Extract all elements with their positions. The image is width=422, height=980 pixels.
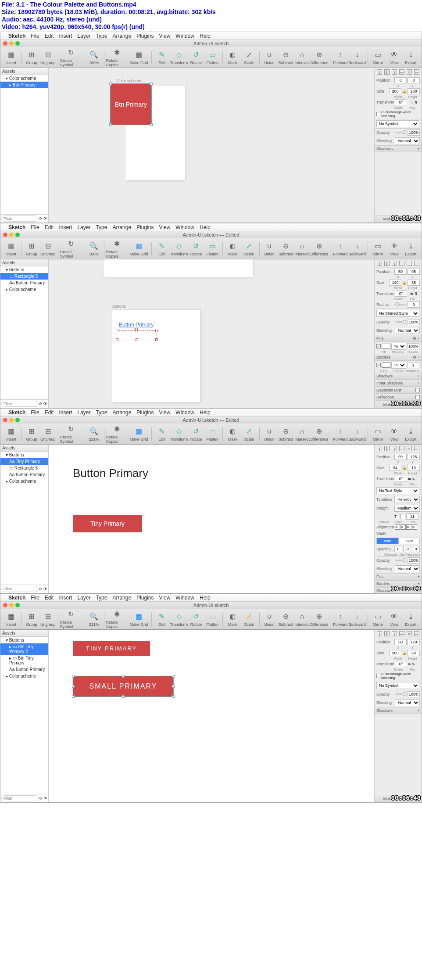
zoom-button[interactable]: 🔍221% xyxy=(86,424,102,444)
shared-style-select[interactable]: No Shared Style xyxy=(376,310,419,317)
ungroup-button[interactable]: ⊟Ungroup xyxy=(40,424,56,444)
pos-y-input[interactable] xyxy=(408,454,420,460)
subtract-button[interactable]: ⊖Subtract xyxy=(278,48,294,67)
tree-button-primary[interactable]: Aa Button Primary xyxy=(0,280,48,286)
export-button[interactable]: ⤓Export xyxy=(403,48,419,67)
backward-button[interactable]: ↓Backward xyxy=(349,239,366,258)
ungroup-button[interactable]: ⊟Ungroup xyxy=(40,48,56,67)
intersect-button[interactable]: ∩Intersect xyxy=(294,424,310,444)
height-input[interactable] xyxy=(408,280,420,286)
create-symbol-button[interactable]: ↻Create Symbol xyxy=(60,239,82,258)
border-thickness-input[interactable] xyxy=(407,362,419,368)
opacity-input[interactable] xyxy=(408,691,420,697)
menu-help[interactable]: Help xyxy=(200,33,211,39)
flatten-button[interactable]: ▭Flatten xyxy=(204,610,221,629)
add-icon[interactable]: + xyxy=(418,147,420,151)
filter-input[interactable] xyxy=(1,215,38,222)
symbol-select[interactable]: No Symbol xyxy=(376,120,419,127)
height-input[interactable] xyxy=(408,465,420,471)
create-symbol-button[interactable]: ↻Create Symbol xyxy=(60,424,82,444)
canvas[interactable]: Buttons Button Primary 21 xyxy=(49,259,374,408)
symbol-select[interactable]: No Symbol xyxy=(376,682,419,689)
backward-button[interactable]: ↓Backward xyxy=(349,610,366,629)
menu-window[interactable]: Window xyxy=(175,224,194,230)
tree-tiny-primary[interactable]: Aa Tiny Primary xyxy=(0,458,48,465)
line-spacing-input[interactable] xyxy=(403,546,411,552)
menu-arrange[interactable]: Arrange xyxy=(112,33,131,39)
menu-view[interactable]: View xyxy=(159,33,171,39)
fill-swatch[interactable] xyxy=(382,344,390,349)
mask-button[interactable]: ◐Mask xyxy=(225,48,241,67)
menu-app[interactable]: Sketch xyxy=(8,33,25,39)
view-button[interactable]: 👁View xyxy=(386,610,402,629)
opacity-input[interactable] xyxy=(408,557,420,564)
tree-color-scheme[interactable]: ▸ Color scheme xyxy=(0,286,48,293)
union-button[interactable]: ∪Union xyxy=(261,239,277,258)
menu-arrange[interactable]: Arrange xyxy=(112,224,131,230)
edit-button[interactable]: ✎Edit xyxy=(154,48,170,67)
view-button[interactable]: 👁View xyxy=(386,424,402,444)
group-button[interactable]: ⊞Group xyxy=(23,424,39,444)
pos-x-input[interactable] xyxy=(394,77,407,83)
fills-section[interactable]: Fills+ xyxy=(375,573,422,580)
forward-button[interactable]: ↑Forward xyxy=(332,48,348,67)
canvas[interactable]: Button Primary Tiny Primary xyxy=(49,445,374,593)
font-size-input[interactable] xyxy=(406,513,418,520)
rotate-button[interactable]: ↺Rotate xyxy=(188,239,204,258)
insert-button[interactable]: ▦Insert xyxy=(3,239,19,258)
pos-y-input[interactable] xyxy=(408,77,420,83)
mask-button[interactable]: ◐Mask xyxy=(225,239,241,258)
menu-edit[interactable]: Edit xyxy=(45,33,54,39)
forward-button[interactable]: ↑Forward xyxy=(332,424,348,444)
fill-opacity-input[interactable] xyxy=(407,343,419,349)
fill-enable-checkbox[interactable]: ✓ xyxy=(376,344,381,348)
menu-layer[interactable]: Layer xyxy=(77,224,90,230)
menu-insert[interactable]: Insert xyxy=(59,33,72,39)
menu-file[interactable]: File xyxy=(31,224,39,230)
flatten-button[interactable]: ▭Flatten xyxy=(204,424,221,444)
click-through-checkbox[interactable] xyxy=(376,112,380,116)
menu-app[interactable]: Sketch xyxy=(8,409,25,416)
width-input[interactable] xyxy=(389,88,401,94)
make-grid-button[interactable]: ▦Make Grid xyxy=(128,610,150,629)
flatten-button[interactable]: ▭Flatten xyxy=(204,48,221,67)
rotate-copies-button[interactable]: ✱Rotate Copies xyxy=(106,239,128,258)
shadows-section[interactable]: Shadows+ xyxy=(375,707,422,714)
pos-x-input[interactable] xyxy=(394,269,407,275)
tree-rectangle5[interactable]: ▭ Rectangle 5 xyxy=(0,465,48,471)
rotate-button[interactable]: ↺Rotate xyxy=(188,610,204,629)
difference-button[interactable]: ⊕Difference xyxy=(310,424,328,444)
traffic-lights[interactable] xyxy=(3,603,20,607)
menu-edit[interactable]: Edit xyxy=(45,224,54,230)
para-spacing-input[interactable] xyxy=(412,546,420,552)
blending-select[interactable]: Normal xyxy=(395,137,420,144)
filter-input[interactable] xyxy=(1,795,38,801)
border-position-select[interactable]: Inside xyxy=(391,362,406,369)
group-button[interactable]: ⊞Group xyxy=(23,610,39,629)
export-button[interactable]: ⤓Export xyxy=(403,239,419,258)
tree-button-primary[interactable]: Aa Button Primary xyxy=(0,471,48,478)
menu-type[interactable]: Type xyxy=(96,224,107,230)
tree-color-scheme[interactable]: ▸ Color scheme xyxy=(0,478,48,485)
export-button[interactable]: ⤓Export xyxy=(403,424,419,444)
tree-color-scheme[interactable]: ▾ Color scheme xyxy=(0,75,48,82)
tree-buttons[interactable]: ▾ Buttons xyxy=(0,266,48,273)
filter-input[interactable] xyxy=(1,401,38,407)
opacity-input[interactable] xyxy=(408,129,420,136)
button-primary-text[interactable]: Button Primary xyxy=(119,322,154,328)
blending-select[interactable]: Normal xyxy=(395,565,420,572)
tree-color-scheme[interactable]: ▸ Color scheme xyxy=(0,673,48,679)
radius-slider[interactable] xyxy=(395,304,406,305)
menubar[interactable]: Sketch FileEditInsertLayerTypeArrangePlu… xyxy=(0,223,422,231)
make-grid-button[interactable]: ▦Make Grid xyxy=(128,48,150,67)
tree-rectangle5[interactable]: ▭ Rectangle 5 xyxy=(0,273,48,280)
layer-tree[interactable]: ▾ Buttons Aa Tiny Primary ▭ Rectangle 5 … xyxy=(0,452,48,585)
char-spacing-input[interactable] xyxy=(394,546,402,552)
subtract-button[interactable]: ⊖Subtract xyxy=(278,610,294,629)
view-button[interactable]: 👁View xyxy=(386,239,402,258)
fill-blend-select[interactable]: Normal xyxy=(391,343,406,350)
rotate-button[interactable]: ↺Rotate xyxy=(188,48,204,67)
width-input[interactable] xyxy=(389,650,401,656)
difference-button[interactable]: ⊕Difference xyxy=(310,239,328,258)
border-enable-checkbox[interactable]: ✓ xyxy=(376,363,381,367)
